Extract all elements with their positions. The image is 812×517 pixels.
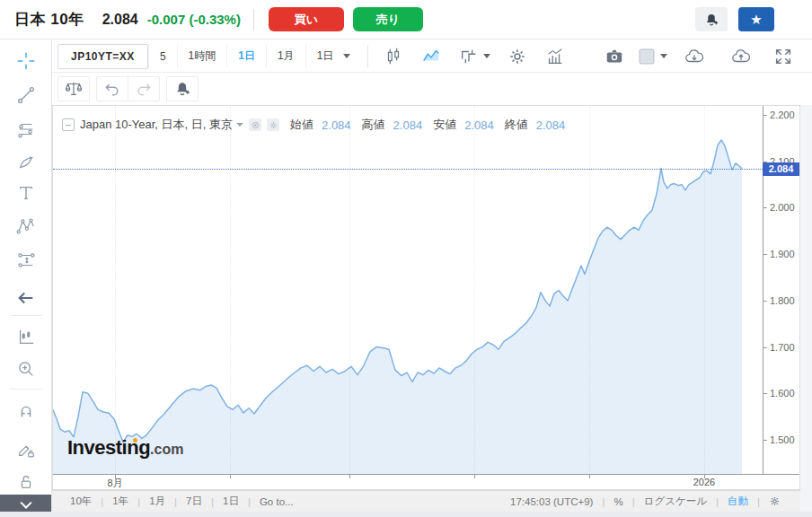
clock-display[interactable]: 17:45:03 (UTC+9) [501,496,602,507]
page-background-strip [0,512,812,517]
create-alert-button[interactable] [695,7,728,31]
y-axis-label: 2.000 [770,202,795,213]
range-1y[interactable]: 1年 [103,495,137,508]
chevron-down-icon [483,54,490,58]
range-7d[interactable]: 7日 [177,495,211,508]
close-label: 終値 [505,117,528,133]
x-axis-label: 2026 [677,477,731,487]
chevron-down-icon [343,54,350,58]
interval-1day-selected[interactable]: 1日 [226,45,266,68]
y-axis-tick [763,254,767,255]
area-type-button-selected[interactable] [412,45,450,68]
auto-scale-toggle[interactable]: 自動 [719,495,757,508]
low-value: 2.084 [464,118,494,132]
range-1m[interactable]: 1月 [140,495,174,508]
last-price-tag: 2.084 [763,162,799,176]
chart-alert-button[interactable] [167,77,198,101]
interval-1month[interactable]: 1月 [266,45,305,68]
range-1d[interactable]: 1日 [214,495,248,508]
sell-button[interactable]: 売り [353,7,423,31]
chart-subtoolbar [52,73,812,105]
chevron-down-icon [17,500,35,511]
compare-scales-button[interactable] [58,77,89,101]
forecast-icon [16,250,36,270]
zoom-in-button[interactable] [15,358,37,380]
cloud-download-icon [683,47,706,66]
open-label: 始値 [290,117,313,133]
brush-tool[interactable] [15,153,37,174]
series-settings-button[interactable] [267,118,279,131]
chevron-down-icon [236,123,243,127]
scrollbar[interactable] [800,105,812,512]
buy-button[interactable]: 買い [269,7,344,31]
trendline-tool[interactable] [15,84,37,106]
magnet-mode-button[interactable] [15,400,37,422]
gear-icon [269,121,278,129]
lock-icon [16,472,36,492]
text-tool[interactable] [15,182,37,204]
fullscreen-icon [773,47,793,66]
zoom-in-icon [16,359,36,379]
last-price: 2.084 [102,12,138,28]
y-axis-tick [763,207,767,208]
plot-area[interactable] [53,106,763,474]
chart-bottom-bar: 10年| 1年| 1月| 7日| 1日| Go to... 17:45:03 (… [52,490,800,512]
redo-button[interactable] [128,77,159,101]
series-visibility-button[interactable] [249,118,261,131]
drawing-lock-button[interactable] [15,439,37,460]
candlestick-type-button[interactable] [375,45,412,68]
header-divider [253,9,254,31]
high-label: 高値 [362,117,385,133]
save-layout-button[interactable] [718,45,764,68]
interval-1min[interactable]: 5 [148,45,177,68]
chart-container: 2.2002.1002.0001.9001.8001.7001.6001.500… [52,105,800,490]
y-axis-tick [763,301,767,302]
star-icon: ★ [750,12,762,28]
area-fill [53,140,742,474]
legend-collapse-button[interactable]: – [62,118,75,131]
go-to-date-button[interactable]: Go to... [251,496,303,507]
compare-button[interactable] [450,45,499,68]
percent-scale-toggle[interactable]: % [605,496,631,507]
range-10y[interactable]: 10年 [61,495,101,508]
indicators-icon [545,47,565,66]
fullscreen-button[interactable] [764,45,802,68]
brush-icon [16,153,36,173]
symbol-input[interactable]: JP10YT=XX [57,44,148,69]
forecast-tool[interactable] [15,250,37,271]
x-axis-label: 8月 [88,477,142,490]
vertical-gridline [115,106,116,474]
fibonacci-icon [16,119,36,139]
crosshair-tool[interactable] [15,50,37,72]
screenshot-button[interactable] [596,45,633,68]
x-axis[interactable]: 8月2026 [53,474,799,489]
lock-all-button[interactable] [15,471,37,493]
xabcd-pattern-tool[interactable] [15,215,37,237]
y-axis[interactable]: 2.2002.1002.0001.9001.8001.7001.6001.500 [763,106,799,474]
y-axis-tick [763,347,767,348]
interval-custom[interactable]: 1日 [305,45,362,68]
indicators-button[interactable] [536,45,574,68]
chart-settings-button[interactable] [499,45,536,68]
log-scale-toggle[interactable]: ログスケール [635,495,716,508]
vertical-gridline [230,106,231,474]
add-to-watchlist-button[interactable]: ★ [738,7,774,31]
axis-settings-button[interactable] [760,495,790,507]
y-axis-label: 2.200 [770,110,795,120]
layout-background-button[interactable] [633,45,671,68]
undo-button[interactable] [97,77,128,101]
bar-replay-button[interactable] [15,326,37,347]
series-title-dropdown[interactable]: Japan 10-Year, 日本, 日, 東京 [80,117,243,133]
x-axis-tick [589,475,590,478]
y-axis-label: 1.800 [770,295,795,306]
open-value: 2.084 [322,118,351,132]
crosshair-icon [16,51,36,71]
load-layout-button[interactable] [671,45,718,68]
compare-icon [459,47,479,66]
last-price-line [53,169,763,170]
chart-toolbar: JP10YT=XX 5 1時間 1日 1月 1日 [52,40,812,73]
fibonacci-tool[interactable] [15,118,37,140]
gear-icon [508,47,527,66]
interval-1hour[interactable]: 1時間 [177,45,227,68]
hide-drawings-button[interactable] [15,287,37,309]
